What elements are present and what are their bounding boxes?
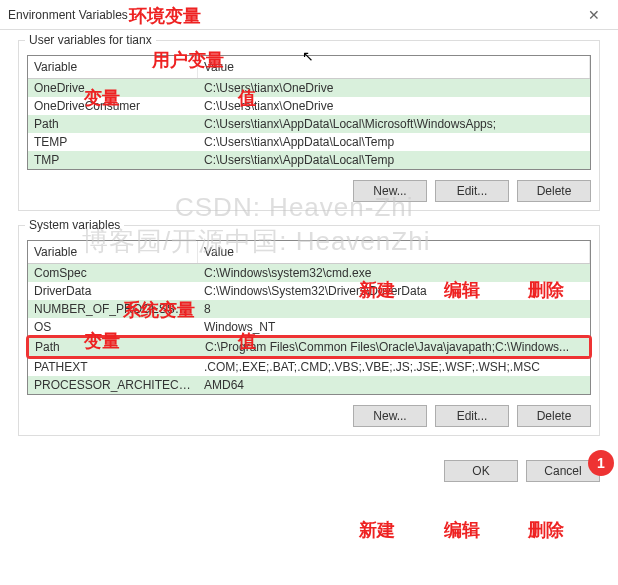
- cell-value: C:\Users\tianx\AppData\Local\Temp: [198, 133, 590, 151]
- cell-variable: TMP: [28, 151, 198, 169]
- cell-value: C:\Users\tianx\AppData\Local\Temp: [198, 151, 590, 169]
- table-row[interactable]: PROCESSOR_ARCHITECTUREAMD64: [28, 376, 590, 394]
- close-icon[interactable]: ✕: [578, 7, 610, 23]
- cell-variable: Path: [29, 338, 199, 356]
- cell-value: .COM;.EXE;.BAT;.CMD;.VBS;.VBE;.JS;.JSE;.…: [198, 358, 590, 376]
- table-row[interactable]: OSWindows_NT: [28, 318, 590, 336]
- col-value[interactable]: Value: [198, 56, 590, 78]
- sys-delete-button[interactable]: Delete: [517, 405, 591, 427]
- table-header: Variable Value: [28, 56, 590, 79]
- cell-value: AMD64: [198, 376, 590, 394]
- user-edit-button[interactable]: Edit...: [435, 180, 509, 202]
- table-row[interactable]: DriverDataC:\Windows\System32\Drivers\Dr…: [28, 282, 590, 300]
- cell-variable: Path: [28, 115, 198, 133]
- table-row[interactable]: TMPC:\Users\tianx\AppData\Local\Temp: [28, 151, 590, 169]
- cell-variable: ComSpec: [28, 264, 198, 282]
- user-new-button[interactable]: New...: [353, 180, 427, 202]
- sys-group-label: System variables: [25, 218, 124, 232]
- user-group-label: User variables for tianx: [25, 33, 156, 47]
- cell-value: C:\Program Files\Common Files\Oracle\Jav…: [199, 338, 589, 356]
- system-variables-table[interactable]: Variable Value ComSpecC:\Windows\system3…: [27, 240, 591, 395]
- cell-value: Windows_NT: [198, 318, 590, 336]
- anno-new2: 新建: [359, 518, 395, 542]
- anno-edit2: 编辑: [444, 518, 480, 542]
- cell-variable: OS: [28, 318, 198, 336]
- cell-variable: OneDriveConsumer: [28, 97, 198, 115]
- col-variable[interactable]: Variable: [28, 56, 198, 78]
- col-variable[interactable]: Variable: [28, 241, 198, 263]
- table-row[interactable]: ComSpecC:\Windows\system32\cmd.exe: [28, 264, 590, 282]
- table-row[interactable]: TEMPC:\Users\tianx\AppData\Local\Temp: [28, 133, 590, 151]
- cell-value: C:\Windows\System32\Drivers\DriverData: [198, 282, 590, 300]
- cell-variable: TEMP: [28, 133, 198, 151]
- anno-del2: 删除: [528, 518, 564, 542]
- table-row[interactable]: NUMBER_OF_PROCESSORS8: [28, 300, 590, 318]
- col-value[interactable]: Value: [198, 241, 590, 263]
- table-row[interactable]: PathC:\Program Files\Common Files\Oracle…: [29, 338, 589, 356]
- cell-value: C:\Users\tianx\OneDrive: [198, 79, 590, 97]
- cell-value: C:\Users\tianx\AppData\Local\Microsoft\W…: [198, 115, 590, 133]
- table-row[interactable]: PathC:\Users\tianx\AppData\Local\Microso…: [28, 115, 590, 133]
- table-row[interactable]: PATHEXT.COM;.EXE;.BAT;.CMD;.VBS;.VBE;.JS…: [28, 358, 590, 376]
- titlebar: Environment Variables ✕: [0, 0, 618, 30]
- table-row[interactable]: OneDriveConsumerC:\Users\tianx\OneDrive: [28, 97, 590, 115]
- user-variables-table[interactable]: Variable Value OneDriveC:\Users\tianx\On…: [27, 55, 591, 170]
- cell-value: C:\Windows\system32\cmd.exe: [198, 264, 590, 282]
- table-header: Variable Value: [28, 241, 590, 264]
- cell-variable: PROCESSOR_ARCHITECTURE: [28, 376, 198, 394]
- cell-variable: OneDrive: [28, 79, 198, 97]
- user-variables-group: User variables for tianx Variable Value …: [18, 40, 600, 211]
- table-row[interactable]: OneDriveC:\Users\tianx\OneDrive: [28, 79, 590, 97]
- sys-new-button[interactable]: New...: [353, 405, 427, 427]
- cell-variable: DriverData: [28, 282, 198, 300]
- window-title: Environment Variables: [8, 8, 128, 22]
- cell-value: 8: [198, 300, 590, 318]
- cell-variable: NUMBER_OF_PROCESSORS: [28, 300, 198, 318]
- ok-button[interactable]: OK: [444, 460, 518, 482]
- cell-variable: PATHEXT: [28, 358, 198, 376]
- sys-edit-button[interactable]: Edit...: [435, 405, 509, 427]
- user-delete-button[interactable]: Delete: [517, 180, 591, 202]
- cancel-button[interactable]: Cancel: [526, 460, 600, 482]
- cell-value: C:\Users\tianx\OneDrive: [198, 97, 590, 115]
- system-variables-group: System variables Variable Value ComSpecC…: [18, 225, 600, 436]
